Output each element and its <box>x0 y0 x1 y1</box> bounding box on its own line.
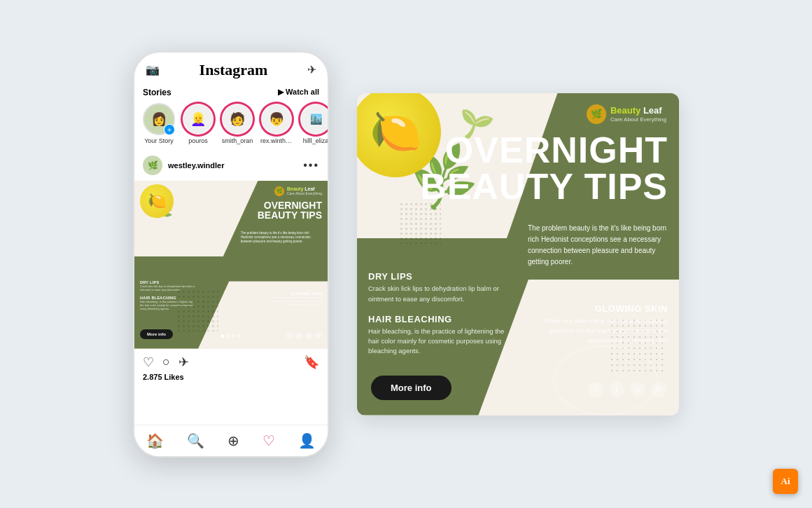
beauty-card-large: 🍋 🌿 🌱 🌿 Beauty Leaf Care About Everythin… <box>357 93 679 416</box>
facebook-icon[interactable]: f <box>588 382 603 397</box>
comment-icon[interactable]: ○ <box>162 355 170 369</box>
profile-nav-icon[interactable]: 👤 <box>298 432 316 449</box>
ig-post: 🌿 westley.windler ••• 🍋 🌿 🌿 <box>134 150 328 425</box>
stories-bar: Stories ▶ Watch all 👩 + Your Story 👱‍♀️ … <box>134 85 328 150</box>
send-icon[interactable]: ✈ <box>307 63 316 76</box>
your-story-username: Your Story <box>144 137 174 144</box>
smith-username: smith_oran <box>222 137 253 144</box>
bcl-tip-hair: HAIR BLEACHING Hair bleaching, is the pr… <box>368 314 508 357</box>
add-story-icon[interactable]: + <box>164 124 175 135</box>
bcl-curve <box>553 345 658 416</box>
ig-header: 📷 Instagram ✈ <box>134 53 328 85</box>
bcl-brand-text: Beauty Leaf Care About Everything <box>610 105 666 123</box>
bcl-glowing-desc: There are also many skin care an makeup … <box>528 316 668 346</box>
linkedin-icon-small: in <box>315 332 322 339</box>
bcl-tips: DRY LIPS Crack skin lick lips to dehydra… <box>368 271 508 366</box>
dot1-small <box>221 334 225 338</box>
search-nav-icon[interactable]: 🔍 <box>187 432 204 449</box>
tip-hair-bleach-small: HAIR BLEACHING Hair bleaching, is the pr… <box>140 296 196 311</box>
camera-icon[interactable]: 📷 <box>146 63 160 76</box>
glowing-desc-small: There are also many skin care an makeup … <box>266 296 322 307</box>
post-image: 🍋 🌿 🌿 Beauty Leaf Care About Everything … <box>134 181 328 349</box>
brand-name-small: Beauty Leaf <box>287 186 322 191</box>
social-icons-small: f t p in <box>286 332 322 339</box>
brand-tagline-small: Care About Everything <box>287 191 322 195</box>
bcl-beauty-tips: BEAUTY TIPS <box>420 168 668 205</box>
dot4-small <box>238 334 241 338</box>
pinterest-icon-small: p <box>305 332 312 339</box>
heart-nav-icon[interactable]: ♡ <box>262 432 275 449</box>
hilll-avatar[interactable]: 🏙️ <box>300 103 329 135</box>
stories-text: Stories <box>143 88 172 97</box>
phone-mockup: 📷 Instagram ✈ Stories ▶ Watch all 👩 + <box>133 51 329 458</box>
post-actions-left: ♡ ○ ✈ <box>143 355 189 370</box>
brand-badge-small: 🌿 Beauty Leaf Care About Everything <box>274 186 322 196</box>
story-pouros[interactable]: 👱‍♀️ pouros <box>182 103 214 144</box>
tip-dry-lips-desc-small: Crack skin lick lips to dehydration lip … <box>140 284 196 291</box>
more-info-btn-small[interactable]: More info <box>140 329 173 339</box>
bookmark-icon[interactable]: 🔖 <box>304 355 319 370</box>
post-username: westley.windler <box>168 161 225 170</box>
phone-wrapper: 📷 Instagram ✈ Stories ▶ Watch all 👩 + <box>133 51 329 458</box>
your-story-avatar[interactable]: 👩 + <box>143 103 175 135</box>
bcl-hair-desc: Hair bleaching, is the practice of light… <box>368 327 508 357</box>
bcl-dry-lips-desc: Crack skin lick lips to dehydration lip … <box>368 284 508 304</box>
desc-small: The problem beauty is the it's like bein… <box>241 231 322 245</box>
dot2-small <box>227 334 230 338</box>
lemon-small: 🍋 <box>140 184 174 218</box>
post-user: 🌿 westley.windler <box>143 156 225 175</box>
twitter-icon[interactable]: t <box>609 382 624 397</box>
share-icon[interactable]: ✈ <box>178 355 189 370</box>
post-actions: ♡ ○ ✈ 🔖 <box>134 349 328 373</box>
beautytips-small: BEAUTY TIPS <box>258 210 322 220</box>
pouros-username: pouros <box>188 137 208 144</box>
ig-bottom-nav: 🏠 🔍 ⊕ ♡ 👤 <box>134 425 328 456</box>
like-icon[interactable]: ♡ <box>143 355 154 370</box>
post-header: 🌿 westley.windler ••• <box>134 150 328 181</box>
bcl-brand: 🌿 Beauty Leaf Care About Everything <box>587 104 666 124</box>
bcl-glowing-title: GLOWING SKIN <box>528 303 668 314</box>
stories-list: 👩 + Your Story 👱‍♀️ pouros 🧑 smith_oran <box>143 103 319 144</box>
tips-small: DRY LIPS Crack skin lick lips to dehydra… <box>140 280 196 315</box>
story-smith[interactable]: 🧑 smith_oran <box>221 103 253 144</box>
linkedin-icon[interactable]: in <box>651 382 666 397</box>
hilll-username: hilll_eliza <box>303 137 329 144</box>
main-container: 📷 Instagram ✈ Stories ▶ Watch all 👩 + <box>0 0 812 508</box>
tip-hair-desc-small: Hair bleaching, is the practice of light… <box>140 300 196 311</box>
tip-dry-lips-small: DRY LIPS Crack skin lick lips to dehydra… <box>140 280 196 291</box>
stories-label-row: Stories ▶ Watch all <box>143 88 319 97</box>
bcl-headline: OVERNIGHT BEAUTY TIPS <box>420 132 668 205</box>
bcl-desc: The problem beauty is the it's like bein… <box>528 223 668 268</box>
brand-icon-small: 🌿 <box>274 186 284 196</box>
twitter-icon-small: t <box>295 332 302 339</box>
watch-all[interactable]: ▶ Watch all <box>278 88 319 97</box>
bcl-social-icons: f t p in <box>588 382 666 397</box>
post-user-avatar: 🌿 <box>143 156 162 175</box>
bcl-overnight: OVERNIGHT <box>420 132 668 168</box>
smith-avatar[interactable]: 🧑 <box>221 103 253 135</box>
pinterest-icon[interactable]: p <box>630 382 645 397</box>
facebook-icon-small: f <box>286 332 293 339</box>
illustrator-badge: Ai <box>773 469 798 494</box>
more-info-button[interactable]: More info <box>371 376 451 400</box>
home-nav-icon[interactable]: 🏠 <box>146 432 164 449</box>
bcl-brand-tagline: Care About Everything <box>610 116 666 123</box>
post-more-options[interactable]: ••• <box>303 159 319 172</box>
story-hilll[interactable]: 🏙️ hilll_eliza <box>300 103 329 144</box>
dot3-small <box>232 334 236 338</box>
bcl-brand-icon: 🌿 <box>587 104 606 124</box>
story-rex[interactable]: 👦 rex.wintheiser <box>260 103 293 144</box>
story-your[interactable]: 👩 + Your Story <box>143 103 175 144</box>
beauty-card-small: 🍋 🌿 🌿 Beauty Leaf Care About Everything … <box>134 181 328 349</box>
likes-count: 2.875 Likes <box>134 373 328 381</box>
add-nav-icon[interactable]: ⊕ <box>227 432 239 449</box>
rex-username: rex.wintheiser <box>260 137 293 144</box>
pouros-avatar[interactable]: 👱‍♀️ <box>182 103 214 135</box>
rex-avatar[interactable]: 👦 <box>260 103 293 135</box>
bcl-hair-title: HAIR BLEACHING <box>368 314 508 324</box>
bcl-glowing-skin: GLOWING SKIN There are also many skin ca… <box>528 303 668 346</box>
bcl-brand-name: Beauty Leaf <box>610 105 666 116</box>
headline-small: OVERNIGHT BEAUTY TIPS <box>258 200 322 220</box>
instagram-logo: Instagram <box>200 61 268 79</box>
overnight-small: OVERNIGHT <box>258 200 322 210</box>
